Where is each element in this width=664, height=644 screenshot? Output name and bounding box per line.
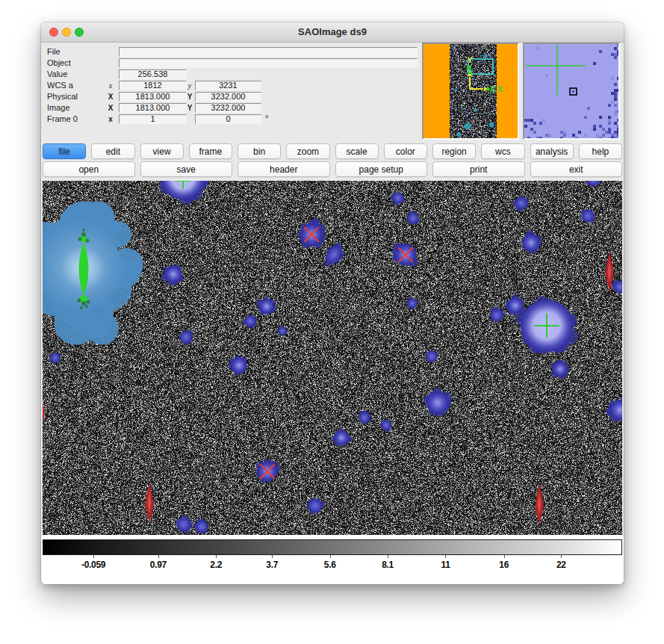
image-y-field[interactable]: 3232.000 (195, 103, 261, 113)
file-field[interactable] (119, 47, 418, 57)
file-label: File (47, 47, 107, 57)
image-canvas[interactable] (43, 181, 622, 535)
menu-file-button[interactable]: file (43, 143, 86, 159)
ds9-window: SAOImage ds9 File Object Value 256.538 W… (41, 22, 624, 584)
header-button[interactable]: header (238, 161, 330, 177)
colorbar-tick-label: -0.059 (81, 560, 105, 570)
menu-scale-button[interactable]: scale (335, 143, 379, 159)
physical-y-label: Y (184, 92, 195, 102)
colorbar-tick (216, 555, 217, 558)
menu-frame-button[interactable]: frame (189, 143, 232, 159)
open-button[interactable]: open (43, 161, 135, 177)
wcs-x-label: x (105, 81, 116, 90)
frame-label: Frame 0 (47, 114, 107, 124)
colorbar[interactable] (43, 539, 622, 555)
magnifier-panel[interactable] (523, 43, 620, 140)
physical-y-field[interactable]: 3232.000 (195, 92, 261, 102)
save-button[interactable]: save (140, 161, 233, 177)
frame-zoom-field[interactable]: 1 (119, 114, 187, 124)
menu-view-button[interactable]: view (140, 143, 184, 159)
title-bar[interactable]: SAOImage ds9 (41, 22, 624, 43)
menu-help-button[interactable]: help (579, 143, 622, 159)
colorbar-tick-label: 2.2 (210, 560, 222, 570)
frame-x-label: x (105, 114, 116, 124)
magnifier-canvas[interactable] (524, 44, 618, 138)
value-field[interactable]: 256.538 (119, 69, 187, 79)
page-setup-button[interactable]: page setup (335, 161, 428, 177)
value-label: Value (47, 69, 107, 79)
colorbar-tick (445, 555, 446, 558)
menu-button-row: file edit view frame bin zoom scale colo… (43, 143, 622, 159)
menu-wcs-button[interactable]: wcs (481, 143, 524, 159)
menu-analysis-button[interactable]: analysis (530, 143, 574, 159)
image-label: Image (47, 103, 107, 113)
menu-color-button[interactable]: color (384, 143, 427, 159)
image-y-label: Y (184, 103, 195, 113)
image-x-field[interactable]: 1813.000 (119, 103, 187, 113)
file-action-row: open save header page setup print exit (43, 161, 622, 177)
colorbar-tick (330, 555, 331, 558)
window-title: SAOImage ds9 (41, 26, 624, 37)
colorbar-tick-label: 5.6 (324, 560, 336, 570)
colorbar-tick-label: 8.1 (382, 560, 394, 570)
colorbar-tick (272, 555, 273, 558)
colorbar-tick (561, 555, 562, 558)
image-x-label: X (105, 103, 116, 113)
panner-panel[interactable] (422, 43, 519, 140)
print-button[interactable]: print (432, 161, 525, 177)
object-label: Object (47, 58, 107, 68)
colorbar-tick-label: 0.97 (150, 560, 167, 570)
exit-button[interactable]: exit (530, 161, 623, 177)
colorbar-tick-label: 16 (499, 560, 509, 570)
colorbar-tick (388, 555, 388, 558)
colorbar-section: -0.0590.972.23.75.68.1111622 (41, 535, 624, 584)
physical-x-field[interactable]: 1813.000 (119, 92, 187, 102)
wcs-label: WCS a (47, 81, 107, 90)
colorbar-tick (158, 555, 159, 558)
menu-bin-button[interactable]: bin (238, 143, 281, 159)
frame-rotation-field[interactable]: 0 (195, 114, 261, 124)
wcs-y-field[interactable]: 3231 (195, 81, 261, 90)
degree-symbol: ° (265, 114, 268, 123)
colorbar-tick-label: 3.7 (266, 560, 278, 570)
colorbar-tick (93, 555, 94, 558)
wcs-x-field[interactable]: 1812 (119, 81, 187, 90)
physical-x-label: X (105, 92, 116, 102)
object-field[interactable] (119, 58, 418, 68)
desktop: SAOImage ds9 File Object Value 256.538 W… (0, 0, 664, 644)
menu-region-button[interactable]: region (432, 143, 476, 159)
colorbar-tick (504, 555, 505, 558)
menu-edit-button[interactable]: edit (91, 143, 134, 159)
menu-zoom-button[interactable]: zoom (286, 143, 329, 159)
wcs-y-label: y (184, 81, 195, 90)
panner-canvas[interactable] (423, 44, 518, 138)
colorbar-tick-label: 22 (556, 560, 566, 570)
colorbar-tick-label: 11 (441, 560, 450, 570)
physical-label: Physical (47, 92, 107, 102)
